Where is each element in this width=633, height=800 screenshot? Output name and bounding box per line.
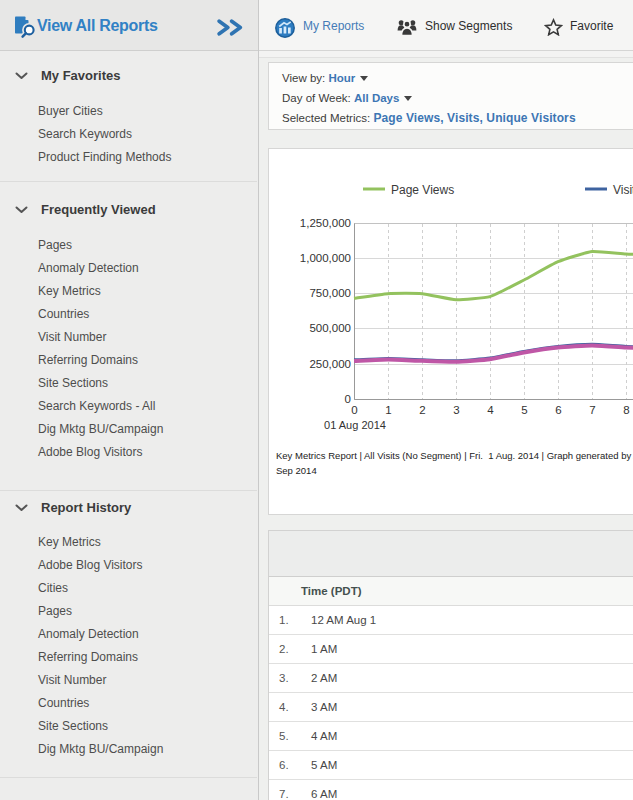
svg-text:0: 0 (345, 393, 351, 405)
svg-text:8: 8 (623, 404, 629, 416)
svg-text:7: 7 (589, 404, 595, 416)
svg-text:Key Metrics Report | All Visit: Key Metrics Report | All Visits (No Segm… (276, 450, 633, 461)
svg-text:4: 4 (487, 404, 494, 416)
svg-text:1,250,000: 1,250,000 (300, 217, 351, 229)
svg-text:3: 3 (453, 404, 459, 416)
svg-text:1: 1 (385, 404, 391, 416)
svg-text:Page Views: Page Views (391, 183, 454, 197)
svg-text:6: 6 (555, 404, 561, 416)
svg-text:5: 5 (521, 404, 527, 416)
svg-text:250,000: 250,000 (309, 358, 351, 370)
svg-text:0: 0 (351, 404, 357, 416)
svg-text:Sep 2014: Sep 2014 (276, 465, 317, 476)
svg-text:Visits: Visits (613, 183, 633, 197)
svg-text:2: 2 (419, 404, 425, 416)
svg-text:500,000: 500,000 (309, 322, 351, 334)
svg-text:01 Aug 2014: 01 Aug 2014 (324, 419, 386, 431)
svg-text:1,000,000: 1,000,000 (300, 252, 351, 264)
svg-text:750,000: 750,000 (309, 287, 351, 299)
